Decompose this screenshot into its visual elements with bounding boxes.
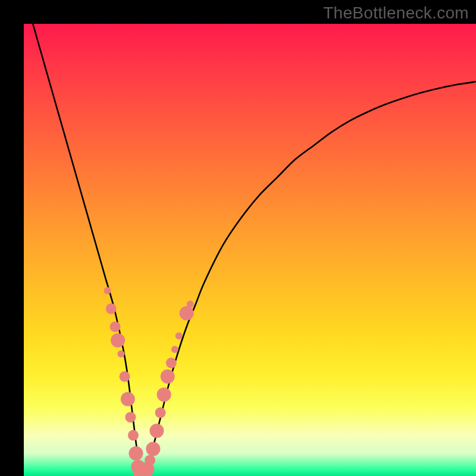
data-marker: [104, 287, 111, 294]
data-marker: [117, 350, 124, 358]
data-marker: [157, 387, 171, 402]
data-marker: [149, 424, 164, 438]
watermark-text: TheBottleneck.com: [323, 4, 469, 23]
data-marker: [161, 369, 175, 384]
data-marker: [111, 333, 125, 347]
data-marker: [166, 358, 177, 368]
data-marker: [171, 346, 178, 353]
data-marker: [110, 321, 121, 332]
chart-frame: TheBottleneck.com: [0, 0, 476, 476]
data-marker: [121, 392, 135, 406]
data-marker: [146, 441, 160, 456]
data-marker: [129, 446, 143, 461]
data-marker: [125, 412, 136, 422]
data-marker: [155, 408, 166, 418]
data-marker: [128, 430, 139, 441]
data-marker: [145, 455, 155, 465]
bottleneck-curve-path: [33, 24, 476, 476]
data-marker: [106, 303, 117, 314]
data-marker: [176, 332, 183, 339]
data-marker: [180, 306, 194, 320]
chart-svg: [24, 24, 476, 476]
data-marker: [119, 371, 130, 382]
data-marker: [187, 300, 194, 308]
plot-area: [24, 24, 476, 476]
markers-group: [104, 287, 194, 476]
